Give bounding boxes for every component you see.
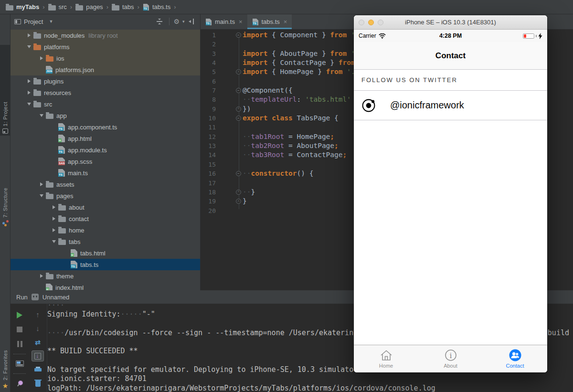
tree-row-contact[interactable]: contact bbox=[11, 213, 200, 224]
chevron-collapsed-icon[interactable] bbox=[50, 228, 58, 232]
chevron-collapsed-icon[interactable] bbox=[50, 217, 58, 221]
chevron-expanded-icon[interactable] bbox=[37, 194, 46, 197]
breadcrumb-item[interactable]: pages bbox=[75, 3, 103, 11]
tree-row-platforms-json[interactable]: JSONplatforms.json bbox=[11, 64, 200, 75]
ts-file-icon: TS bbox=[71, 261, 77, 268]
tree-row-ios[interactable]: ios bbox=[11, 53, 200, 64]
stop-button[interactable] bbox=[13, 324, 26, 335]
breadcrumb-item[interactable]: tabs bbox=[112, 3, 134, 11]
chevron-collapsed-icon[interactable] bbox=[25, 79, 33, 83]
tree-row-resources[interactable]: resources bbox=[11, 87, 200, 98]
tree-row-tabs-ts[interactable]: TStabs.ts bbox=[11, 259, 200, 270]
tab-home[interactable]: Home bbox=[354, 345, 418, 372]
fold-marker-icon[interactable]: − bbox=[236, 116, 241, 121]
scroll-to-end-button[interactable] bbox=[32, 350, 44, 361]
tree-item-label: pages bbox=[56, 192, 73, 200]
down-stack-button[interactable]: ↓ bbox=[32, 323, 44, 334]
fold-marker-icon[interactable]: ˄ bbox=[236, 106, 241, 112]
run-config-name[interactable]: Unnamed bbox=[42, 294, 69, 301]
pin-tab-button[interactable] bbox=[13, 378, 26, 389]
chevron-collapsed-icon[interactable] bbox=[37, 274, 46, 278]
project-panel-title[interactable]: Project bbox=[24, 18, 43, 25]
line-number: 14 bbox=[201, 150, 216, 159]
chevron-collapsed-icon[interactable] bbox=[37, 56, 46, 60]
chevron-collapsed-icon[interactable] bbox=[25, 33, 33, 37]
chevron-expanded-icon[interactable] bbox=[25, 45, 33, 48]
tree-row-app-module-ts[interactable]: TSapp.module.ts bbox=[11, 144, 200, 156]
print-button[interactable] bbox=[32, 364, 44, 375]
chevron-expanded-icon[interactable] bbox=[50, 240, 58, 243]
fold-marker-icon[interactable]: ˄ bbox=[236, 69, 241, 74]
arrow-down-icon: ↓ bbox=[36, 325, 40, 332]
tree-row-app-component-ts[interactable]: TSapp.component.ts bbox=[11, 121, 200, 133]
fold-marker-icon[interactable]: ˄ bbox=[236, 190, 241, 195]
sidebar-item-structure[interactable]: 7: Structure bbox=[0, 139, 11, 228]
structure-tool-icon bbox=[2, 220, 9, 226]
tree-row-index-html[interactable]: Hindex.html bbox=[11, 282, 200, 290]
fold-marker-icon[interactable]: ˄ bbox=[236, 199, 241, 204]
list-item-twitter[interactable]: @ionicframework bbox=[354, 91, 547, 120]
tree-row-theme[interactable]: theme bbox=[11, 270, 200, 282]
breadcrumb-item[interactable]: src bbox=[48, 3, 67, 11]
tree-row-assets[interactable]: assets bbox=[11, 179, 200, 190]
fold-marker-icon[interactable]: − bbox=[236, 88, 241, 93]
ios-simulator-window: iPhone SE – iOS 10.3 (14E8301) Carrier 4… bbox=[354, 15, 547, 372]
tree-row-about[interactable]: about bbox=[11, 201, 200, 213]
tree-row-app-html[interactable]: Happ.html bbox=[11, 133, 200, 144]
folder-icon bbox=[48, 5, 56, 11]
tree-row-platforms[interactable]: platforms bbox=[11, 41, 200, 53]
chevron-collapsed-icon[interactable] bbox=[50, 205, 58, 209]
run-config-icon bbox=[32, 294, 39, 300]
fold-marker-icon[interactable]: − bbox=[236, 171, 241, 176]
close-icon[interactable]: × bbox=[239, 18, 243, 25]
line-number: 2 bbox=[201, 40, 216, 49]
collapse-all-button[interactable] bbox=[155, 17, 164, 26]
folder-icon bbox=[6, 5, 13, 11]
close-window-button[interactable] bbox=[359, 20, 364, 25]
tree-row-node-modules[interactable]: node_moduleslibrary root bbox=[11, 30, 200, 41]
chevron-expanded-icon[interactable] bbox=[25, 103, 33, 106]
tree-item-label: contact bbox=[69, 215, 89, 222]
rerun-button[interactable] bbox=[13, 309, 26, 321]
tree-row-plugins[interactable]: plugins bbox=[11, 75, 200, 87]
close-icon[interactable]: × bbox=[284, 18, 287, 25]
wrap-icon: ⇄ bbox=[35, 339, 41, 346]
zoom-window-button[interactable] bbox=[378, 20, 383, 25]
code-text: ··tab1Root = HomePage; bbox=[243, 132, 334, 141]
tree-row-app[interactable]: app bbox=[11, 110, 200, 121]
fold-marker-icon[interactable]: − bbox=[236, 32, 241, 38]
up-stack-button[interactable]: ↑ bbox=[32, 309, 44, 320]
tree-row-tabs[interactable]: tabs bbox=[11, 236, 200, 247]
chevron-right-icon: › bbox=[42, 3, 44, 11]
chevron-expanded-icon[interactable] bbox=[37, 114, 46, 117]
breadcrumb-item[interactable]: TStabs.ts bbox=[143, 3, 170, 11]
tree-row-tabs-html[interactable]: Htabs.html bbox=[11, 247, 200, 259]
tree-item-label: src bbox=[44, 101, 52, 108]
show-console-button[interactable] bbox=[13, 358, 26, 370]
tree-row-pages[interactable]: pages bbox=[11, 190, 200, 201]
pause-button[interactable] bbox=[13, 338, 26, 350]
chevron-collapsed-icon[interactable] bbox=[37, 182, 46, 186]
tab-about[interactable]: i About bbox=[418, 345, 483, 372]
breadcrumb-item[interactable]: myTabs bbox=[6, 3, 39, 11]
chevron-collapsed-icon[interactable] bbox=[25, 91, 33, 95]
sidebar-item-favorites[interactable]: 2: Favorites ★ bbox=[0, 322, 11, 389]
tab-contact[interactable]: Contact bbox=[483, 345, 547, 372]
soft-wrap-button[interactable]: ⇄ bbox=[32, 337, 44, 348]
settings-gear-button[interactable]: ⚙▾ bbox=[174, 17, 184, 26]
tree-row-main-ts[interactable]: TSmain.ts bbox=[11, 167, 200, 179]
tree-row-src[interactable]: src bbox=[11, 98, 200, 110]
tab-main-ts[interactable]: TS main.ts × bbox=[201, 14, 247, 29]
sidebar-item-project[interactable]: 1: Project bbox=[0, 45, 11, 136]
tree-row-home[interactable]: home bbox=[11, 224, 200, 236]
minimize-window-button[interactable] bbox=[368, 20, 374, 25]
tab-tabs-ts[interactable]: TS tabs.ts × bbox=[247, 14, 292, 29]
ts-file-icon: TS bbox=[206, 18, 212, 25]
simulator-title-bar[interactable]: iPhone SE – iOS 10.3 (14E8301) bbox=[354, 15, 547, 30]
tree-item-label: ios bbox=[56, 55, 64, 62]
chevron-down-icon[interactable]: ▼ bbox=[49, 19, 53, 24]
tree-row-app-scss[interactable]: SASSapp.scss bbox=[11, 156, 200, 167]
tree-item-label: home bbox=[69, 227, 85, 234]
clear-all-button[interactable] bbox=[32, 378, 44, 389]
hide-panel-button[interactable] bbox=[187, 17, 196, 26]
